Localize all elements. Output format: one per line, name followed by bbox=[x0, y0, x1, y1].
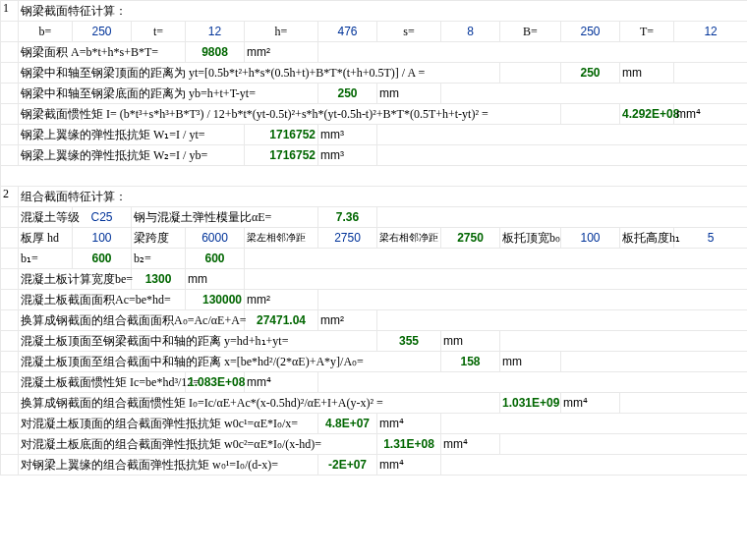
q7-l: 对混凝土板顶面的组合截面弹性抵抗矩 w0c¹=αE*I₀/x= bbox=[19, 414, 318, 434]
q4-u: mm bbox=[500, 352, 561, 372]
q1-l: 混凝土板截面面积Ac=be*hd= bbox=[19, 290, 186, 310]
q0-v: 1300 bbox=[132, 269, 186, 290]
r1-l: 钢梁中和轴至钢梁顶面的距离为 yt=[0.5b*t²+h*s*(0.5h+t)+… bbox=[19, 63, 500, 84]
b0-v[interactable]: 100 bbox=[561, 228, 620, 249]
q2-v: 27471.04 bbox=[245, 310, 318, 331]
q1-v: 130000 bbox=[186, 290, 245, 310]
b-l: b= bbox=[19, 22, 73, 42]
s-v[interactable]: 8 bbox=[441, 22, 500, 42]
q8-u: mm⁴ bbox=[441, 434, 500, 455]
hd-l: 板厚 hd bbox=[19, 228, 73, 249]
q5-u: mm⁴ bbox=[245, 372, 318, 393]
q4-l: 混凝土板顶面至组合截面中和轴的距离 x=[be*hd²/(2*αE)+A*y]/… bbox=[19, 352, 441, 372]
t-l: t= bbox=[132, 22, 186, 42]
left-v[interactable]: 2750 bbox=[318, 228, 377, 249]
left-l: 梁左相邻净距 bbox=[245, 228, 318, 249]
q4-v: 158 bbox=[441, 352, 500, 372]
alpha-l: 钢与混凝土弹性模量比αE= bbox=[132, 207, 318, 228]
b-v[interactable]: 250 bbox=[73, 22, 132, 42]
right-v: 2750 bbox=[441, 228, 500, 249]
r2-u: mm bbox=[377, 84, 441, 104]
b1-l: b₁= bbox=[19, 249, 73, 269]
q9-l: 对钢梁上翼缘的组合截面弹性抵抗矩 w₀¹=I₀/(d-x)= bbox=[19, 455, 318, 476]
alpha-v: 7.36 bbox=[318, 207, 377, 228]
r0-l: 钢梁面积 A=b*t+h*s+B*T= bbox=[19, 42, 186, 63]
q7-v: 4.8E+07 bbox=[318, 414, 377, 434]
b1-v: 600 bbox=[73, 249, 132, 269]
r3-l: 钢梁截面惯性矩 I= (b*t³+s*h³+B*T³) / 12+b*t*(yt… bbox=[19, 104, 561, 125]
r5-v: 1716752 bbox=[245, 145, 318, 166]
q2-u: mm² bbox=[318, 310, 377, 331]
s-l: s= bbox=[377, 22, 441, 42]
b2-l: b₂= bbox=[132, 249, 186, 269]
q1-u: mm² bbox=[245, 290, 318, 310]
t-v[interactable]: 12 bbox=[186, 22, 245, 42]
s2-title: 组合截面特征计算： bbox=[19, 187, 748, 207]
T-l: T= bbox=[620, 22, 674, 42]
r5-u: mm³ bbox=[318, 145, 377, 166]
q3-v: 355 bbox=[377, 331, 441, 352]
r4-u: mm³ bbox=[318, 125, 377, 145]
q8-v: 1.31E+08 bbox=[377, 434, 441, 455]
r3-v: 4.292E+08 bbox=[620, 104, 674, 125]
q7-u: mm⁴ bbox=[377, 414, 441, 434]
q8-l: 对混凝土板底面的组合截面弹性抵抗矩 w0c²=αE*I₀/(x-hd)= bbox=[19, 434, 377, 455]
r0-v: 9808 bbox=[186, 42, 245, 63]
q5-l: 混凝土板截面惯性矩 Ic=be*hd³/12= bbox=[19, 372, 186, 393]
r4-l: 钢梁上翼缘的弹性抵抗矩 W₁=I / yt= bbox=[19, 125, 245, 145]
q3-l: 混凝土板顶面至钢梁截面中和轴的距离 y=hd+h₁+yt= bbox=[19, 331, 377, 352]
q2-l: 换算成钢截面的组合截面面积A₀=Ac/αE+A= bbox=[19, 310, 245, 331]
s1-title: 钢梁截面特征计算： bbox=[19, 1, 748, 22]
q0-l: 混凝土板计算宽度be= bbox=[19, 269, 132, 290]
h1-l: 板托高度h₁ bbox=[620, 228, 674, 249]
q9-v: -2E+07 bbox=[318, 455, 377, 476]
h-l: h= bbox=[245, 22, 318, 42]
span-l: 梁跨度 bbox=[132, 228, 186, 249]
q6-u: mm⁴ bbox=[561, 393, 620, 414]
T-v[interactable]: 12 bbox=[674, 22, 748, 42]
h1-v[interactable]: 5 bbox=[674, 228, 748, 249]
q6-v: 1.031E+09 bbox=[500, 393, 561, 414]
r0-u: mm² bbox=[245, 42, 318, 63]
right-l: 梁右相邻净距 bbox=[377, 228, 441, 249]
B-v[interactable]: 250 bbox=[561, 22, 620, 42]
h-v[interactable]: 476 bbox=[318, 22, 377, 42]
r1-v: 250 bbox=[561, 63, 620, 84]
B-l: B= bbox=[500, 22, 561, 42]
r4-v: 1716752 bbox=[245, 125, 318, 145]
q5-v: 1.083E+08 bbox=[186, 372, 245, 393]
b0-l: 板托顶宽b₀ bbox=[500, 228, 561, 249]
q6-l: 换算成钢截面的组合截面惯性矩 I₀=Ic/αE+Ac*(x-0.5hd)²/αE… bbox=[19, 393, 500, 414]
c-grade-v[interactable]: C25 bbox=[73, 207, 132, 228]
span-v[interactable]: 6000 bbox=[186, 228, 245, 249]
q9-u: mm⁴ bbox=[377, 455, 441, 476]
r2-l: 钢梁中和轴至钢梁底面的距离为 yb=h+t+T-yt= bbox=[19, 84, 318, 104]
b2-v: 600 bbox=[186, 249, 245, 269]
r5-l: 钢梁上翼缘的弹性抵抗矩 W₂=I / yb= bbox=[19, 145, 245, 166]
c-grade-l: 混凝土等级 bbox=[19, 207, 73, 228]
r2-v: 250 bbox=[318, 84, 377, 104]
r1-u: mm bbox=[620, 63, 674, 84]
q3-u: mm bbox=[441, 331, 500, 352]
hd-v[interactable]: 100 bbox=[73, 228, 132, 249]
r3-u: mm⁴ bbox=[674, 104, 748, 125]
q0-u: mm bbox=[186, 269, 245, 290]
